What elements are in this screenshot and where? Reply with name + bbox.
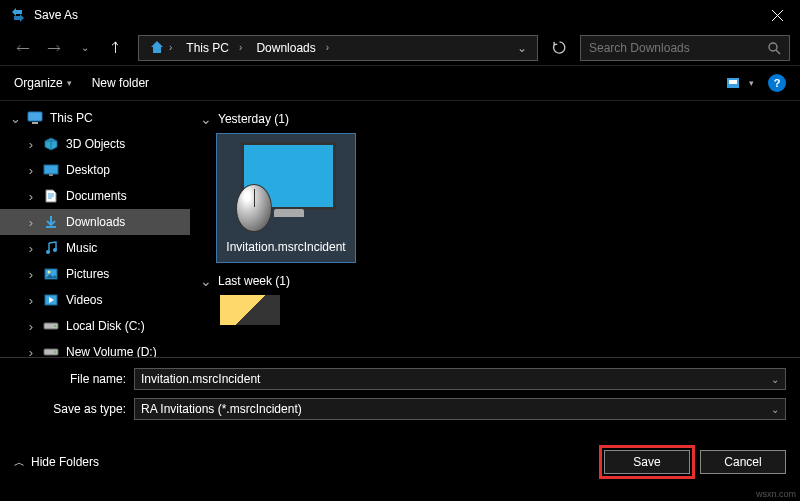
new-folder-button[interactable]: New folder xyxy=(92,76,149,90)
view-button[interactable]: ▾ xyxy=(727,76,754,90)
sidebar-item-3d[interactable]: › 3D Objects xyxy=(0,131,190,157)
sidebar-item-downloads[interactable]: › Downloads xyxy=(0,209,190,235)
disk-icon xyxy=(42,347,60,357)
window-title: Save As xyxy=(34,8,78,22)
breadcrumb-downloads[interactable]: Downloads› xyxy=(250,36,335,60)
chevron-down-icon: ⌄ xyxy=(8,111,22,126)
svg-rect-6 xyxy=(44,165,58,174)
svg-point-17 xyxy=(54,351,56,353)
main-area: ⌄ This PC › 3D Objects › Desktop › Docum… xyxy=(0,101,800,357)
type-label: Save as type: xyxy=(14,402,134,416)
breadcrumb[interactable]: › This PC› Downloads› ⌄ xyxy=(138,35,538,61)
hide-folders-button[interactable]: ︿ Hide Folders xyxy=(14,455,99,470)
breadcrumb-icon: › xyxy=(143,36,178,60)
chevron-down-icon: ⌄ xyxy=(200,111,212,127)
pictures-icon xyxy=(42,268,60,280)
chevron-down-icon: ⌄ xyxy=(200,273,212,289)
download-icon xyxy=(42,215,60,229)
document-icon xyxy=(42,189,60,203)
organize-button[interactable]: Organize▾ xyxy=(14,76,72,90)
music-icon xyxy=(42,241,60,255)
chevron-down-icon[interactable]: ⌄ xyxy=(771,374,779,385)
save-button[interactable]: Save xyxy=(604,450,690,474)
arrows-icon xyxy=(10,7,26,23)
sidebar-item-desktop[interactable]: › Desktop xyxy=(0,157,190,183)
content-pane[interactable]: ⌄ Yesterday (1) Invitation.msrcIncident … xyxy=(190,101,800,357)
svg-point-0 xyxy=(769,43,777,51)
file-invitation[interactable]: Invitation.msrcIncident xyxy=(216,133,356,263)
chevron-right-icon: › xyxy=(24,319,38,334)
group-yesterday[interactable]: ⌄ Yesterday (1) xyxy=(200,111,794,127)
svg-rect-4 xyxy=(28,112,42,121)
nav-bar: 🡐 🡒 ⌄ 🡑 › This PC› Downloads› ⌄ xyxy=(0,30,800,65)
form-area: File name: Invitation.msrcIncident ⌄ Sav… xyxy=(0,357,800,436)
chevron-right-icon: › xyxy=(24,345,38,358)
filename-label: File name: xyxy=(14,372,134,386)
search-box[interactable] xyxy=(580,35,790,61)
chevron-right-icon: › xyxy=(24,189,38,204)
file-partial[interactable] xyxy=(220,295,280,325)
sidebar: ⌄ This PC › 3D Objects › Desktop › Docum… xyxy=(0,101,190,357)
search-icon xyxy=(767,41,781,55)
breadcrumb-this-pc[interactable]: This PC› xyxy=(180,36,248,60)
footer: ︿ Hide Folders Save Cancel xyxy=(0,436,800,484)
title-bar: Save As xyxy=(0,0,800,30)
sidebar-item-music[interactable]: › Music xyxy=(0,235,190,261)
videos-icon xyxy=(42,294,60,306)
sidebar-item-local-disk[interactable]: › Local Disk (C:) xyxy=(0,313,190,339)
up-button[interactable]: 🡑 xyxy=(103,35,128,60)
svg-point-12 xyxy=(48,271,51,274)
group-last-week[interactable]: ⌄ Last week (1) xyxy=(200,273,794,289)
back-button[interactable]: 🡐 xyxy=(10,35,35,60)
forward-button[interactable]: 🡒 xyxy=(41,35,66,60)
svg-line-1 xyxy=(776,50,780,54)
sidebar-item-pictures[interactable]: › Pictures xyxy=(0,261,190,287)
filename-input[interactable]: Invitation.msrcIncident ⌄ xyxy=(134,368,786,390)
chevron-right-icon: › xyxy=(24,293,38,308)
svg-rect-7 xyxy=(49,174,53,176)
chevron-right-icon: › xyxy=(24,241,38,256)
remote-assistance-icon xyxy=(231,142,341,232)
chevron-right-icon: › xyxy=(24,163,38,178)
watermark: wsxn.com xyxy=(756,489,796,499)
help-button[interactable]: ? xyxy=(768,74,786,92)
svg-point-10 xyxy=(53,248,57,252)
recent-locations-button[interactable]: ⌄ xyxy=(72,35,97,60)
disk-icon xyxy=(42,321,60,331)
chevron-down-icon[interactable]: ⌄ xyxy=(771,404,779,415)
svg-point-9 xyxy=(46,250,50,254)
refresh-button[interactable] xyxy=(544,35,574,61)
search-input[interactable] xyxy=(589,41,767,55)
pc-icon xyxy=(26,111,44,125)
sidebar-item-documents[interactable]: › Documents xyxy=(0,183,190,209)
svg-rect-3 xyxy=(729,80,737,84)
chevron-right-icon: › xyxy=(24,215,38,230)
type-select[interactable]: RA Invitations (*.msrcIncident) ⌄ xyxy=(134,398,786,420)
svg-rect-5 xyxy=(32,122,38,124)
sidebar-item-this-pc[interactable]: ⌄ This PC xyxy=(0,105,190,131)
close-button[interactable] xyxy=(755,0,800,30)
cube-icon xyxy=(42,137,60,151)
svg-rect-8 xyxy=(46,226,56,228)
svg-point-15 xyxy=(54,325,56,327)
breadcrumb-dropdown[interactable]: ⌄ xyxy=(511,41,533,55)
chevron-right-icon: › xyxy=(24,267,38,282)
sidebar-item-videos[interactable]: › Videos xyxy=(0,287,190,313)
toolbar: Organize▾ New folder ▾ ? xyxy=(0,65,800,101)
sidebar-item-new-volume[interactable]: › New Volume (D:) xyxy=(0,339,190,357)
chevron-up-icon: ︿ xyxy=(14,455,25,470)
chevron-right-icon: › xyxy=(24,137,38,152)
desktop-icon xyxy=(42,164,60,176)
cancel-button[interactable]: Cancel xyxy=(700,450,786,474)
